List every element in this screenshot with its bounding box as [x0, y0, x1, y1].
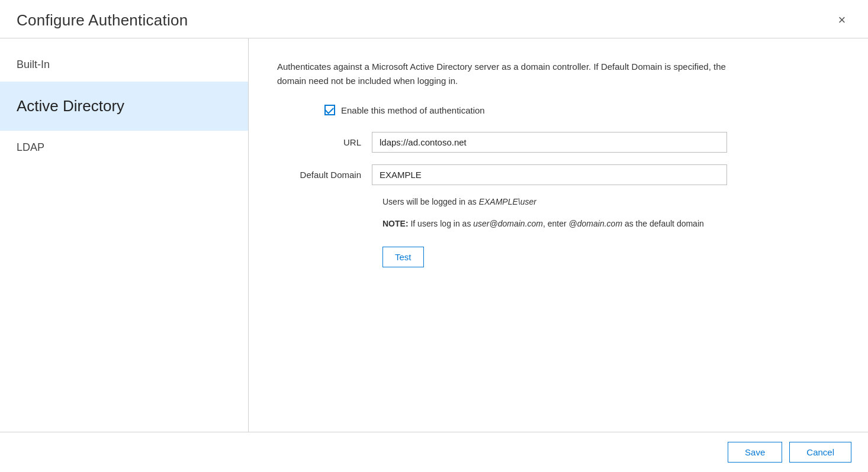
cancel-button[interactable]: Cancel	[789, 442, 851, 463]
note-text-1: If users log in as	[409, 219, 474, 228]
default-domain-label: Default Domain	[277, 170, 372, 180]
configure-authentication-dialog: Configure Authentication × Built-In Acti…	[0, 0, 868, 472]
save-button[interactable]: Save	[728, 442, 782, 463]
note-italic-2: @domain.com	[569, 219, 622, 228]
default-domain-input[interactable]	[372, 164, 727, 185]
sidebar: Built-In Active Directory LDAP	[0, 38, 249, 432]
sidebar-item-built-in[interactable]: Built-In	[0, 48, 248, 82]
note-text-2: , enter	[543, 219, 569, 228]
dialog-body: Built-In Active Directory LDAP Authentic…	[0, 38, 868, 432]
note-bold: NOTE:	[382, 219, 409, 228]
note-italic-1: user@domain.com	[473, 219, 543, 228]
close-button[interactable]: ×	[832, 11, 851, 30]
url-row: URL	[277, 132, 840, 153]
url-input[interactable]	[372, 132, 727, 153]
hint-text-italic: EXAMPLE\user	[479, 197, 536, 206]
enable-checkbox-wrapper[interactable]: Enable this method of authentication	[324, 105, 485, 115]
description-text: Authenticates against a Microsoft Active…	[277, 60, 727, 88]
enable-row: Enable this method of authentication	[277, 105, 840, 115]
url-label: URL	[277, 137, 372, 147]
hint-text: Users will be logged in as EXAMPLE\user	[277, 197, 840, 206]
sidebar-item-ldap[interactable]: LDAP	[0, 131, 248, 164]
enable-label: Enable this method of authentication	[341, 105, 485, 115]
note-text: NOTE: If users log in as user@domain.com…	[277, 217, 727, 230]
dialog-title: Configure Authentication	[17, 11, 188, 30]
dialog-header: Configure Authentication ×	[0, 0, 868, 38]
content-area: Authenticates against a Microsoft Active…	[249, 38, 868, 432]
enable-checkbox[interactable]	[324, 105, 335, 115]
note-text-3: as the default domain	[622, 219, 704, 228]
test-button[interactable]: Test	[382, 247, 424, 267]
dialog-footer: Save Cancel	[0, 432, 868, 472]
sidebar-item-active-directory[interactable]: Active Directory	[0, 82, 248, 131]
default-domain-row: Default Domain	[277, 164, 840, 185]
hint-text-prefix: Users will be logged in as	[382, 197, 479, 206]
